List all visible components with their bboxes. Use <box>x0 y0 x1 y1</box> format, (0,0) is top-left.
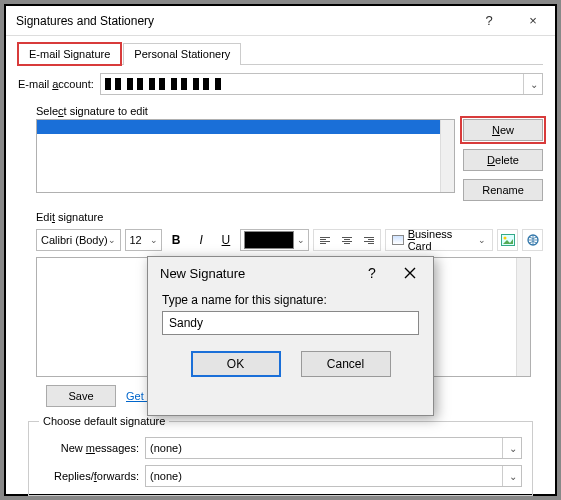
font-combo[interactable]: Calibri (Body)⌄ <box>36 229 121 251</box>
business-card-button[interactable]: Business Card ⌄ <box>385 229 493 251</box>
chevron-down-icon: ⌄ <box>523 74 538 94</box>
color-swatch <box>244 231 294 249</box>
signatures-dialog: Signatures and Stationery ? × E-mail Sig… <box>6 6 555 494</box>
scrollbar[interactable] <box>516 258 530 376</box>
new-button[interactable]: New <box>463 119 543 141</box>
chevron-down-icon: ⌄ <box>502 438 517 458</box>
close-button[interactable]: × <box>511 6 555 36</box>
help-button[interactable]: ? <box>467 6 511 36</box>
font-color-picker[interactable]: ⌄ <box>240 229 309 251</box>
tab-personal-stationery[interactable]: Personal Stationery <box>123 43 241 65</box>
modal-help-button[interactable]: ? <box>353 259 391 287</box>
edit-signature-label: Edit signature <box>36 211 543 223</box>
align-center-icon <box>342 237 352 244</box>
email-account-label: E-mail account: <box>18 78 94 90</box>
align-right-button[interactable] <box>358 230 380 250</box>
chevron-down-icon: ⌄ <box>478 235 486 245</box>
new-messages-label: New messages: <box>39 442 139 454</box>
align-left-button[interactable] <box>314 230 336 250</box>
titlebar: Signatures and Stationery ? × <box>6 6 555 36</box>
default-signature-group: Choose default signature New messages: (… <box>28 415 533 496</box>
chevron-down-icon: ⌄ <box>297 235 305 245</box>
picture-icon <box>501 234 515 246</box>
delete-button[interactable]: Delete <box>463 149 543 171</box>
editor-toolbar: Calibri (Body)⌄ 12⌄ B I U ⌄ <box>18 227 543 253</box>
save-button[interactable]: Save <box>46 385 116 407</box>
align-left-icon <box>320 237 330 244</box>
underline-button[interactable]: U <box>215 229 236 251</box>
chevron-down-icon: ⌄ <box>150 235 158 245</box>
signature-listbox[interactable] <box>36 119 455 193</box>
scrollbar[interactable] <box>440 120 454 192</box>
insert-hyperlink-button[interactable] <box>522 229 543 251</box>
email-account-combo[interactable]: ⌄ <box>100 73 543 95</box>
tab-strip: E-mail Signature Personal Stationery <box>18 42 543 65</box>
link-icon <box>526 234 540 246</box>
modal-titlebar: New Signature ? <box>148 257 433 289</box>
close-icon <box>404 267 416 279</box>
insert-picture-button[interactable] <box>497 229 518 251</box>
align-center-button[interactable] <box>336 230 358 250</box>
svg-point-1 <box>503 237 506 240</box>
signature-name-input[interactable] <box>162 311 419 335</box>
modal-ok-button[interactable]: OK <box>191 351 281 377</box>
email-account-value <box>105 78 225 90</box>
new-messages-combo[interactable]: (none) ⌄ <box>145 437 522 459</box>
listbox-selection <box>37 120 440 134</box>
bold-button[interactable]: B <box>166 229 187 251</box>
font-size-combo[interactable]: 12⌄ <box>125 229 161 251</box>
modal-title: New Signature <box>160 266 353 281</box>
select-signature-label: Select signature to edit <box>36 105 543 117</box>
chevron-down-icon: ⌄ <box>108 235 116 245</box>
new-signature-dialog: New Signature ? Type a name for this sig… <box>147 256 434 416</box>
modal-close-button[interactable] <box>391 259 429 287</box>
chevron-down-icon: ⌄ <box>502 466 517 486</box>
replies-forwards-combo[interactable]: (none) ⌄ <box>145 465 522 487</box>
default-signature-legend: Choose default signature <box>39 415 169 427</box>
italic-button[interactable]: I <box>191 229 212 251</box>
modal-prompt: Type a name for this signature: <box>162 293 419 307</box>
rename-button[interactable]: Rename <box>463 179 543 201</box>
business-card-icon <box>392 235 403 245</box>
align-right-icon <box>364 237 374 244</box>
tab-email-signature[interactable]: E-mail Signature <box>18 43 121 65</box>
replies-forwards-label: Replies/forwards: <box>39 470 139 482</box>
modal-cancel-button[interactable]: Cancel <box>301 351 391 377</box>
window-title: Signatures and Stationery <box>6 14 467 28</box>
